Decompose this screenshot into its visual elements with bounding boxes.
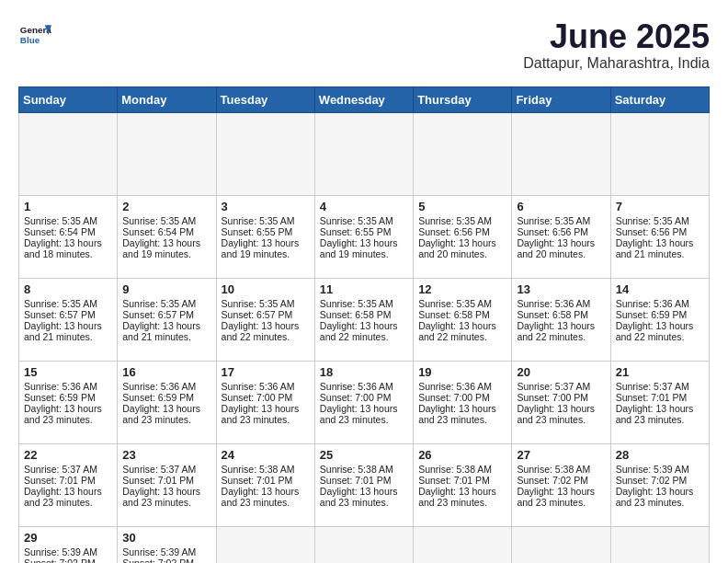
day-number: 7 [616,200,704,213]
day-cell: 27Sunrise: 5:38 AMSunset: 7:02 PMDayligh… [512,443,610,526]
day-info-line: Sunrise: 5:38 AM [418,464,506,475]
day-cell [414,526,512,563]
week-row: 29Sunrise: 5:39 AMSunset: 7:02 PMDayligh… [19,526,710,563]
day-number: 29 [24,531,112,545]
day-info-line: and 21 minutes. [616,248,704,259]
day-number: 14 [616,282,704,296]
day-cell: 14Sunrise: 5:36 AMSunset: 6:59 PMDayligh… [610,278,709,361]
day-info-line: and 23 minutes. [517,497,605,508]
day-info-line: and 21 minutes. [122,331,210,342]
logo: General Blue [18,18,51,52]
logo-icon: General Blue [18,18,51,52]
day-number: 26 [418,448,506,462]
day-info-line: Sunset: 7:00 PM [418,392,506,403]
day-info-line: Daylight: 13 hours [222,237,310,248]
day-number: 27 [517,448,605,462]
day-cell: 20Sunrise: 5:37 AMSunset: 7:00 PMDayligh… [512,361,610,443]
day-info-line: Daylight: 13 hours [24,486,112,497]
day-cell: 2Sunrise: 5:35 AMSunset: 6:54 PMDaylight… [118,195,216,278]
day-info-line: and 19 minutes. [222,248,310,259]
day-info-line: and 23 minutes. [222,414,310,425]
day-info-line: Daylight: 13 hours [320,486,408,497]
day-info-line: Sunrise: 5:35 AM [616,215,704,226]
day-cell: 6Sunrise: 5:35 AMSunset: 6:56 PMDaylight… [512,195,610,278]
weekday-header: Tuesday [216,86,314,112]
day-info-line: Daylight: 13 hours [418,403,506,414]
day-number: 23 [122,448,210,462]
day-info-line: Sunrise: 5:36 AM [320,381,408,392]
day-info-line: Sunset: 7:02 PM [616,475,704,486]
day-info-line: Sunset: 7:02 PM [517,475,605,486]
day-info-line: Sunset: 7:00 PM [320,392,408,403]
day-info-line: Sunrise: 5:39 AM [616,464,704,475]
day-number: 6 [517,200,605,213]
day-info-line: and 23 minutes. [616,414,704,425]
day-info-line: Sunrise: 5:35 AM [320,298,408,309]
day-info-line: Daylight: 13 hours [616,320,704,331]
day-info-line: Sunrise: 5:38 AM [320,464,408,475]
day-info-line: Sunset: 7:00 PM [222,392,310,403]
day-info-line: Sunrise: 5:39 AM [24,546,112,557]
day-cell: 16Sunrise: 5:36 AMSunset: 6:59 PMDayligh… [118,361,216,443]
day-info-line: Sunset: 7:01 PM [320,475,408,486]
day-info-line: and 23 minutes. [418,414,506,425]
day-info-line: Sunrise: 5:39 AM [122,546,210,557]
day-number: 12 [418,282,506,296]
weekday-header: Thursday [414,86,512,112]
day-cell [414,112,512,195]
day-info-line: Daylight: 13 hours [320,403,408,414]
day-info-line: Sunrise: 5:37 AM [122,464,210,475]
day-info-line: Sunset: 6:57 PM [24,309,112,320]
day-info-line: and 22 minutes. [320,331,408,342]
day-info-line: Sunrise: 5:36 AM [122,381,210,392]
day-number: 30 [122,531,210,545]
weekday-header: Saturday [610,86,709,112]
day-number: 10 [222,282,310,296]
day-info-line: and 22 minutes. [616,331,704,342]
weekday-header: Friday [512,86,610,112]
day-info-line: and 23 minutes. [418,497,506,508]
day-info-line: Daylight: 13 hours [222,403,310,414]
day-cell: 23Sunrise: 5:37 AMSunset: 7:01 PMDayligh… [118,443,216,526]
day-number: 19 [418,365,506,379]
day-cell [512,526,610,563]
day-cell: 4Sunrise: 5:35 AMSunset: 6:55 PMDaylight… [314,195,413,278]
day-info-line: Sunrise: 5:35 AM [418,215,506,226]
day-number: 3 [222,200,310,213]
day-info-line: Sunset: 7:01 PM [122,475,210,486]
day-info-line: Sunset: 6:58 PM [517,309,605,320]
day-info-line: and 22 minutes. [222,331,310,342]
day-info-line: Sunrise: 5:36 AM [418,381,506,392]
title-block: June 2025 Dattapur, Maharashtra, India [523,18,710,72]
day-info-line: Daylight: 13 hours [517,486,605,497]
day-cell [314,112,413,195]
day-cell: 10Sunrise: 5:35 AMSunset: 6:57 PMDayligh… [216,278,314,361]
day-info-line: and 23 minutes. [517,414,605,425]
day-cell: 18Sunrise: 5:36 AMSunset: 7:00 PMDayligh… [314,361,413,443]
day-info-line: Sunrise: 5:37 AM [24,464,112,475]
day-info-line: and 23 minutes. [122,497,210,508]
month-title: June 2025 [523,18,710,55]
day-cell [216,526,314,563]
day-info-line: Sunset: 6:58 PM [418,309,506,320]
svg-text:Blue: Blue [20,35,40,45]
location: Dattapur, Maharashtra, India [523,55,710,72]
day-cell: 30Sunrise: 5:39 AMSunset: 7:02 PMDayligh… [118,526,216,563]
day-info-line: Daylight: 13 hours [122,403,210,414]
day-info-line: Sunrise: 5:35 AM [418,298,506,309]
day-cell [512,112,610,195]
day-cell: 29Sunrise: 5:39 AMSunset: 7:02 PMDayligh… [19,526,118,563]
day-info-line: Daylight: 13 hours [517,320,605,331]
day-info-line: Sunset: 6:57 PM [222,309,310,320]
day-info-line: Daylight: 13 hours [24,320,112,331]
weekday-header: Monday [118,86,216,112]
week-row: 22Sunrise: 5:37 AMSunset: 7:01 PMDayligh… [19,443,710,526]
day-number: 8 [24,282,112,296]
day-info-line: Sunset: 6:56 PM [616,226,704,237]
day-info-line: and 18 minutes. [24,248,112,259]
week-row: 8Sunrise: 5:35 AMSunset: 6:57 PMDaylight… [19,278,710,361]
day-number: 24 [222,448,310,462]
day-cell: 9Sunrise: 5:35 AMSunset: 6:57 PMDaylight… [118,278,216,361]
day-cell: 1Sunrise: 5:35 AMSunset: 6:54 PMDaylight… [19,195,118,278]
day-number: 22 [24,448,112,462]
